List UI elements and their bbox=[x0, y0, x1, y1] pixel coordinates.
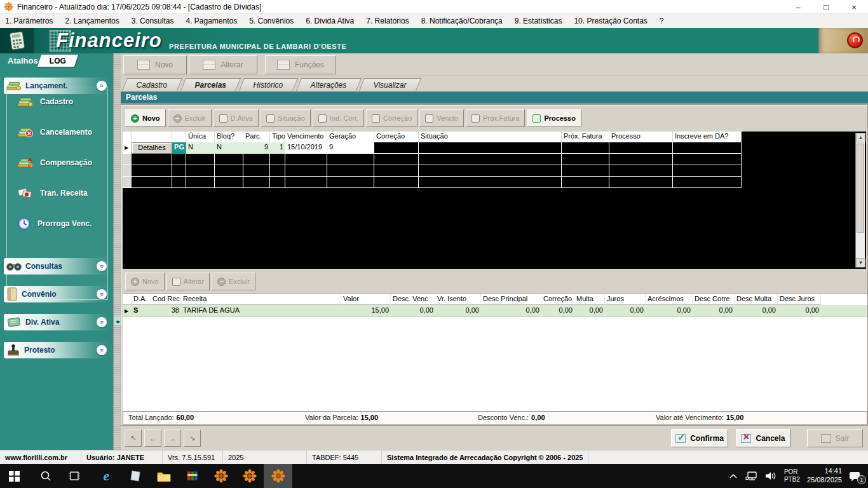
detalhes-button[interactable]: Detalhes bbox=[132, 142, 172, 154]
notepad-app-icon[interactable] bbox=[121, 464, 149, 488]
clock[interactable]: 14:41 25/08/2025 bbox=[807, 467, 842, 485]
exit-power-button[interactable] bbox=[847, 32, 863, 48]
excluir-parcela-button[interactable]: −Excluir bbox=[168, 109, 212, 127]
confirma-button[interactable]: Confirma bbox=[671, 429, 728, 447]
winrar-icon[interactable] bbox=[178, 464, 207, 488]
menu-item[interactable]: 5. Convênios bbox=[249, 17, 294, 25]
calculator-icon[interactable] bbox=[0, 28, 34, 53]
log-button[interactable]: LOG bbox=[37, 55, 78, 67]
file-explorer-icon[interactable] bbox=[149, 464, 178, 488]
alterar-receita-button[interactable]: Alterar bbox=[166, 273, 210, 290]
language-indicator[interactable]: POR PTB2 bbox=[784, 468, 800, 484]
menu-item[interactable]: 4. Pagamentos bbox=[186, 17, 237, 25]
sidebar-item-prorroga-venc[interactable]: Prorroga Venc. bbox=[7, 208, 107, 239]
sidebar-group-consultas[interactable]: Consultas » bbox=[4, 258, 109, 274]
expand-button[interactable]: » bbox=[97, 261, 107, 271]
column-header[interactable]: Parc. bbox=[243, 132, 270, 142]
sidebar-group-protesto[interactable]: Protesto » bbox=[4, 342, 109, 358]
menu-item[interactable]: 2. Lançamentos bbox=[65, 17, 119, 25]
search-icon[interactable] bbox=[31, 464, 60, 488]
tray-chevron-icon[interactable] bbox=[728, 473, 738, 479]
column-header[interactable]: Cod Rec bbox=[151, 294, 181, 305]
column-header[interactable]: Vr. Isento bbox=[435, 294, 481, 305]
prox-fatura-button[interactable]: Próx.Fatura bbox=[466, 109, 525, 127]
notification-center-icon[interactable]: 1 bbox=[849, 471, 862, 482]
tab-alteracoes[interactable]: Alterações bbox=[296, 78, 362, 91]
column-header[interactable]: Desc Juros bbox=[778, 294, 821, 305]
next-record-button[interactable]: → bbox=[164, 430, 181, 447]
sidebar-item-cancelamento[interactable]: Cancelamento bbox=[7, 117, 107, 147]
last-record-button[interactable]: ↘ bbox=[184, 430, 201, 447]
table-row[interactable] bbox=[123, 165, 866, 177]
scroll-down-arrow[interactable]: ▼ bbox=[856, 258, 865, 268]
maximize-button[interactable]: □ bbox=[812, 0, 840, 14]
menu-item[interactable]: 3. Consultas bbox=[132, 17, 174, 25]
column-header[interactable]: Desc Principal bbox=[481, 294, 541, 305]
tab-historico[interactable]: Histórico bbox=[239, 78, 298, 91]
network-icon[interactable] bbox=[745, 471, 758, 481]
minimize-button[interactable]: – bbox=[784, 0, 812, 14]
menu-item[interactable]: 10. Prestação Contas bbox=[574, 17, 647, 25]
column-header[interactable]: Multa bbox=[574, 294, 605, 305]
column-header[interactable]: Situação bbox=[419, 132, 562, 142]
column-header[interactable]: Correção bbox=[541, 294, 574, 305]
column-header[interactable]: Desc Corre bbox=[693, 294, 735, 305]
novo-toolbar-button[interactable]: Novo bbox=[123, 55, 187, 74]
expand-button[interactable]: » bbox=[97, 289, 107, 299]
sidebar-item-cadastro[interactable]: Cadastro bbox=[7, 86, 107, 117]
tab-cadastro[interactable]: Cadastro bbox=[122, 78, 182, 91]
indice-correcao-button[interactable]: Ind. Corr. bbox=[313, 109, 364, 127]
column-header[interactable]: Geração bbox=[327, 132, 374, 142]
column-header[interactable]: D.A. bbox=[132, 294, 151, 305]
novo-parcela-button[interactable]: +Novo bbox=[125, 109, 166, 127]
sidebar-group-convenio[interactable]: Convênio » bbox=[4, 286, 109, 302]
table-row[interactable]: ▶DetalhesPGNN9115/10/20199 bbox=[123, 142, 866, 154]
column-header[interactable]: Correção bbox=[374, 132, 419, 142]
sair-button[interactable]: Sair bbox=[807, 429, 863, 447]
tab-visualizar[interactable]: Visualizar bbox=[359, 78, 421, 91]
scrollbar-thumb[interactable] bbox=[857, 144, 864, 233]
menu-item[interactable]: 1. Parâmetros bbox=[5, 17, 53, 25]
column-header[interactable]: Processo bbox=[609, 132, 673, 142]
column-header[interactable] bbox=[123, 294, 132, 305]
column-header[interactable]: Única bbox=[186, 132, 215, 142]
column-header[interactable]: Inscreve em DA? bbox=[673, 132, 742, 142]
task-view-icon[interactable] bbox=[60, 464, 88, 488]
sidebar-item-compensacao[interactable]: Compensação bbox=[7, 147, 107, 178]
column-header[interactable]: Vencimento bbox=[285, 132, 327, 142]
column-header[interactable]: Bloq? bbox=[215, 132, 243, 142]
table-row[interactable]: ▶S38TARIFA DE AGUA15,000,000,000,000,000… bbox=[123, 305, 867, 317]
table-row[interactable] bbox=[123, 177, 866, 188]
column-header[interactable]: Receita bbox=[181, 294, 341, 305]
start-button[interactable] bbox=[0, 464, 29, 488]
column-header[interactable] bbox=[132, 132, 172, 142]
excluir-receita-button[interactable]: −Excluir bbox=[212, 273, 255, 290]
vertical-scrollbar[interactable]: ▲ ▼ bbox=[855, 133, 865, 268]
sidebar-splitter[interactable]: ◀▶ bbox=[113, 53, 121, 450]
fiorilli-app-icon-active[interactable] bbox=[264, 464, 292, 488]
alterar-toolbar-button[interactable]: Alterar bbox=[189, 55, 257, 74]
first-record-button[interactable]: ↖ bbox=[125, 430, 142, 447]
previous-record-button[interactable]: ← bbox=[144, 430, 161, 447]
table-row[interactable] bbox=[123, 154, 866, 165]
sidebar-group-div-ativa[interactable]: Div. Ativa » bbox=[4, 314, 109, 330]
situacao-button[interactable]: Situação bbox=[261, 109, 311, 127]
scroll-up-arrow[interactable]: ▲ bbox=[856, 133, 865, 142]
menu-item[interactable]: 9. Estatísticas bbox=[515, 17, 562, 25]
processo-button[interactable]: Processo bbox=[527, 109, 581, 127]
correcao-button[interactable]: Correção bbox=[366, 109, 417, 127]
menu-item[interactable]: 8. Notificação/Cobrança bbox=[421, 17, 503, 25]
column-header[interactable] bbox=[172, 132, 186, 142]
column-header[interactable]: Acréscimos bbox=[646, 294, 693, 305]
column-header[interactable]: Tipo bbox=[270, 132, 285, 142]
tab-parcelas[interactable]: Parcelas bbox=[180, 78, 241, 91]
novo-receita-button[interactable]: +Novo bbox=[125, 273, 165, 290]
column-header[interactable]: Desc. Venc bbox=[391, 294, 435, 305]
menu-item[interactable]: ? bbox=[660, 17, 664, 25]
divida-ativa-button[interactable]: D.Ativa bbox=[214, 109, 259, 127]
cancela-button[interactable]: Cancela bbox=[736, 429, 790, 447]
sidebar-item-tran-receita[interactable]: Tran. Receita bbox=[7, 178, 107, 208]
expand-button[interactable]: » bbox=[97, 345, 107, 355]
close-button[interactable]: × bbox=[840, 0, 868, 14]
speaker-icon[interactable] bbox=[765, 471, 777, 481]
